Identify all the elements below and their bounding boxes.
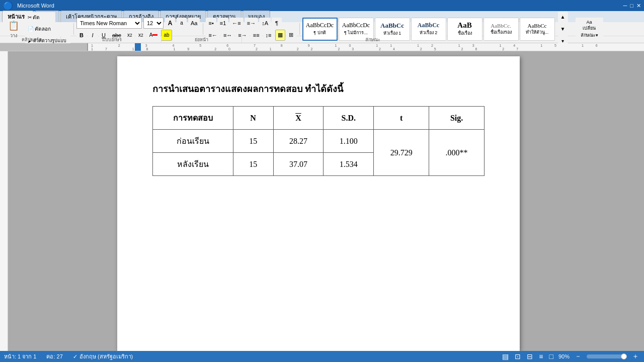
styles-up-button[interactable]: ▲ [558,12,568,23]
x-bar-symbol: X [295,114,301,122]
style-h1-label: หัวเรื่อง 1 [383,30,401,37]
page-title: การนำเสนอตารางแสดงผลการทดสอบ ทำได้ดังนี้ [152,81,485,96]
ruler: 1 2 3 4 5 6 7 8 9 10 11 12 13 14 15 16 1… [0,43,644,51]
style-subtitle-preview: AaBbCc. [491,23,511,29]
page-info: หน้า: 1 จาก 1 [4,352,36,361]
style-title-preview: AaB [457,21,471,30]
ruler-indent-marker[interactable] [135,43,141,51]
shrink-font-button[interactable]: a [177,18,187,29]
show-hide-button[interactable]: ¶ [272,18,282,29]
cell-n-post: 15 [233,153,273,176]
clear-format-button[interactable]: Aa [188,18,200,29]
style-normal-label: ¶ ปกติ [313,29,326,36]
style-no-spacing-label: ¶ ไม่มีการ... [344,29,368,36]
close-btn[interactable]: ✕ [636,3,641,9]
style-normal-preview: AaBbCcDc [306,22,334,29]
table-header-sd: S.D. [324,107,374,130]
styles-section: AaBbCcDc ¶ ปกติ AaBbCcDc ¶ ไม่มีการ... A… [302,23,571,35]
indent-decrease-button[interactable]: ←≡ [229,18,243,29]
font-section: Times New Roman 12 A a Aa B I U abc x2 x… [76,23,203,35]
cut-button[interactable]: ✂ ตัด [25,12,55,23]
view-print-button[interactable]: ▤ [501,352,510,360]
style-h2-label: หัวเรื่อง 2 [420,29,438,36]
table-header-x: X [273,107,324,130]
status-bar: หน้า: 1 จาก 1 คอ: 27 ✓ อังกฤษ (สหรัฐอเมร… [0,351,644,362]
clipboard-section: 📋 วาง ✂ ตัด 📄 คัดลอก 🖌 ตัวคัดวางรูปแบบ [3,23,74,35]
cell-test-post: หลังเรียน [153,153,233,176]
cell-x-pre: 28.27 [273,130,324,153]
indent-increase-button[interactable]: ≡→ [245,18,258,29]
cell-sd-post: 1.534 [324,153,374,176]
view-web-button[interactable]: ⊟ [526,352,534,360]
page: การนำเสนอตารางแสดงผลการทดสอบ ทำได้ดังนี้… [117,56,520,351]
zoom-level: 90% [558,353,570,359]
styles-down-button[interactable]: ▼ [558,24,568,35]
table-header-test: การทดสอบ [153,107,233,130]
language-info: ✓ อังกฤษ (สหรัฐอเมริกา) [73,352,133,361]
font-name-select[interactable]: Times New Roman [76,18,142,29]
cell-x-post: 37.07 [273,153,324,176]
style-h1-preview: AaBbCc [380,22,404,30]
cell-test-pre: ก่อนเรียน [153,130,233,153]
clipboard-label: คลิปบอร์ด [3,36,61,43]
title-text: Microsoft Word [17,3,54,9]
copy-button[interactable]: 📄 คัดลอก [25,24,55,35]
cell-t-merged: 29.729 [374,130,429,176]
app-icon: 🔵 [3,1,13,11]
view-outline-button[interactable]: ≡ [538,352,544,360]
paste-button[interactable]: 📋 [5,19,23,32]
ruler-marks: 1 2 3 4 5 6 7 8 9 10 11 12 13 14 15 16 1… [90,44,642,51]
document-area[interactable]: การนำเสนอตารางแสดงผลการทดสอบ ทำได้ดังนี้… [8,51,629,351]
style-subtitle-label: ชื่อเรื่องรอง [491,29,512,36]
style-h2-preview: AaBbCc [418,22,439,29]
view-full-button[interactable]: ⊡ [514,352,522,360]
table-row-pre: ก่อนเรียน 15 28.27 1.100 29.729 .000** [153,130,485,153]
spell-check-icon: ✓ [73,353,77,360]
minimize-btn[interactable]: ─ [623,3,627,9]
cell-sig-merged: .000** [429,130,485,176]
bullets-button[interactable]: ≡• [206,18,216,29]
change-styles-button[interactable]: Aa เปลี่ยนลักษณะ▾ [576,18,603,41]
paragraph-label: ย่อหน้า [162,36,242,43]
status-right: ▤ ⊡ ⊟ ≡ □ 90% － ＋ [501,352,640,361]
left-margin-bar [0,51,8,351]
paragraph-section: ≡• ≡1 ←≡ ≡→ ↕A ¶ ≡← ≡↔ ≡→ ≡≡ ↕≡ ▦ ⊞ [206,23,299,35]
styles-label: ลักษณะ [242,36,504,43]
col-info: คอ: 27 [46,352,62,361]
change-styles-label: เปลี่ยนลักษณะ▾ [581,25,598,39]
zoom-slider[interactable] [587,354,627,358]
right-sidebar [629,51,644,351]
maximize-btn[interactable]: □ [630,3,633,9]
zoom-out-button[interactable]: － [574,352,583,361]
zoom-in-button[interactable]: ＋ [631,352,640,361]
title-bar: 🔵 Microsoft Word ─ □ ✕ [0,0,644,11]
numbering-button[interactable]: ≡1 [217,18,229,29]
style-emphasis[interactable]: AaBbCc ทำให้ตัวนู... [520,18,555,41]
main-area: การนำเสนอตารางแสดงผลการทดสอบ ทำได้ดังนี้… [0,51,644,351]
view-draft-button[interactable]: □ [548,352,554,360]
toolbar-row1: 📋 วาง ✂ ตัด 📄 คัดลอก 🖌 ตัวคัดวางรูปแบบ T… [0,22,644,36]
data-table: การทดสอบ N X S.D. t Sig. ก่อนเรียน 15 [152,106,485,176]
font-label: แบบอักษร [61,36,162,43]
table-header-n: N [233,107,273,130]
sort-button[interactable]: ↕A [259,18,271,29]
style-no-spacing-preview: AaBbCcDc [342,22,370,29]
style-emphasis-preview: AaBbCc [528,23,547,29]
style-title-label: ชื่อเรื่อง [458,30,472,37]
ribbon: หน้าแรก แทรก เค้าโครงหน้ากระดาษ การอ้างอ… [0,11,644,43]
table-header-t: t [374,107,429,130]
table-header-sig: Sig. [429,107,485,130]
font-size-select[interactable]: 12 [143,18,164,29]
grow-font-button[interactable]: A [165,18,175,29]
cell-n-pre: 15 [233,130,273,153]
style-emphasis-label: ทำให้ตัวนู... [526,29,549,36]
cell-sd-pre: 1.100 [324,130,374,153]
